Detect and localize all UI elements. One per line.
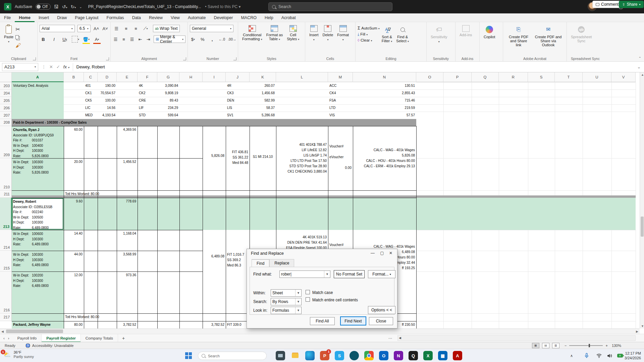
enter-icon[interactable]: ✓	[56, 64, 60, 69]
column-header-S[interactable]: S	[528, 72, 555, 82]
outlook-icon[interactable]: O	[379, 351, 388, 360]
file-explorer-icon[interactable]	[290, 351, 300, 360]
cell[interactable]: CK2	[139, 91, 156, 95]
row-header-204[interactable]: 204	[0, 89, 12, 97]
increase-indent-icon[interactable]: ⇥	[146, 36, 151, 43]
cell[interactable]: 973.36	[118, 273, 136, 277]
ribbon-tab-help[interactable]: Help	[261, 13, 277, 22]
cell[interactable]: 1,456.52	[118, 160, 136, 164]
share-button[interactable]: ⇧Share▾	[619, 1, 644, 8]
decrease-font-icon[interactable]: A˅	[102, 25, 108, 32]
column-header-L[interactable]: L	[276, 72, 328, 82]
page-break-view-icon[interactable]: ▥	[552, 343, 559, 348]
ribbon-tab-home[interactable]: Home	[15, 13, 35, 22]
column-header-K[interactable]: K	[250, 72, 276, 82]
microphone-icon[interactable]	[584, 349, 589, 362]
taskbar-search-input[interactable]: Search	[198, 352, 267, 360]
sheet-tab-payroll-register[interactable]: Payroll Register	[42, 334, 81, 342]
row-header-207[interactable]: 207	[0, 112, 12, 119]
undo-icon[interactable]: ↺▾	[62, 4, 67, 9]
row-header-208[interactable]: 208	[0, 119, 12, 126]
tab-find[interactable]: Find	[252, 259, 269, 267]
ribbon-tab-view[interactable]: View	[167, 13, 184, 22]
match-entire-checkbox[interactable]	[306, 297, 310, 302]
cell[interactable]: Voluntary Ded. Analysis	[13, 83, 62, 88]
ribbon-tab-insert[interactable]: Insert	[35, 13, 53, 22]
cell[interactable]: Voucher#	[329, 243, 352, 247]
excel-app-icon[interactable]: X	[4, 3, 11, 10]
align-top-icon[interactable]: ☰	[113, 25, 120, 32]
tab-replace[interactable]: Replace	[269, 259, 294, 267]
row-header-203[interactable]: 203	[0, 82, 12, 89]
cell[interactable]: 1,168.04	[118, 231, 136, 236]
format-as-table-button[interactable]: Format asTable ▾	[264, 24, 285, 43]
cell[interactable]: Churella, Ryan JAssociate ID: UU89PUQS9F…	[13, 127, 62, 159]
decrease-indent-icon[interactable]: ⇤	[137, 36, 143, 43]
column-header-T[interactable]: T	[555, 72, 583, 82]
format-cells-button[interactable]: Format▾	[335, 24, 351, 43]
autosum-button[interactable]: Σ AutoSum ▾	[358, 25, 380, 31]
speaker-icon[interactable]	[607, 349, 612, 362]
app-black-icon[interactable]: Q	[409, 351, 418, 360]
format-painter-icon[interactable]: 🖌	[15, 43, 21, 49]
task-view-icon[interactable]	[276, 351, 285, 360]
cell[interactable]: 4,369.56	[118, 127, 136, 132]
format-button[interactable]: Format... ▾	[368, 270, 395, 278]
underline-button[interactable]: U▾	[61, 36, 68, 43]
dialog-maximize-icon[interactable]: ▢	[379, 251, 385, 255]
autosave-toggle[interactable]: Off	[36, 4, 51, 10]
scroll-up-icon[interactable]: ▲	[641, 73, 644, 76]
cell[interactable]: 12.00	[65, 273, 83, 277]
cell[interactable]: 89.43	[159, 98, 178, 103]
align-bottom-icon[interactable]: ≡	[132, 25, 140, 32]
cell[interactable]: W-In Dept:100300H Dept:100300Rate:5,826.…	[13, 160, 62, 175]
cell[interactable]: 70,554.57	[99, 91, 115, 95]
scroll-down-icon[interactable]: ▼	[641, 324, 644, 328]
conditional-formatting-button[interactable]: ConditionalFormatting ▾	[240, 24, 264, 43]
zoom-slider-thumb[interactable]	[589, 344, 590, 347]
cell[interactable]: MED	[85, 113, 96, 117]
app-round-icon[interactable]	[350, 351, 359, 360]
cell[interactable]: Dewey, RobertAssociate ID: O285LE5SBFile…	[13, 199, 62, 230]
collapse-ribbon-icon[interactable]: ⌃	[639, 56, 641, 60]
cell[interactable]: SV1	[227, 113, 248, 117]
cell[interactable]: Packard, Jeffrey Wayne	[13, 322, 62, 327]
alignment-dialog-launcher-icon[interactable]	[183, 57, 186, 60]
weather-widget[interactable]: ⛅1 36°FPartly sunny	[3, 350, 34, 359]
cell[interactable]: 1,456.68	[251, 91, 275, 95]
acrobat-icon[interactable]: A	[453, 351, 462, 360]
close-dialog-button[interactable]: Close	[369, 317, 393, 325]
find-select-button[interactable]: Find &Select ▾	[394, 24, 411, 45]
cell[interactable]: 582.99	[251, 98, 275, 103]
ribbon-tab-page-layout[interactable]: Page Layout	[71, 13, 102, 22]
sort-filter-button[interactable]: A∇ZSort &Filter ▾	[380, 24, 394, 45]
column-header-U[interactable]: U	[583, 72, 611, 82]
tray-expand-icon[interactable]: ∧	[570, 349, 573, 362]
clock[interactable]: 12:17 PM3/24/2026	[625, 349, 641, 362]
percent-icon[interactable]: %	[200, 36, 206, 43]
cell[interactable]: 58.37	[251, 106, 275, 110]
dialog-close-icon[interactable]: ✕	[388, 251, 394, 255]
ribbon-tab-formulas[interactable]: Formulas	[103, 13, 128, 22]
edge-icon[interactable]	[305, 351, 315, 360]
cell[interactable]: 3,782.52	[204, 322, 224, 327]
cell[interactable]: 599.64	[159, 113, 178, 117]
column-header-R[interactable]: R	[499, 72, 528, 82]
cell[interactable]: CRE	[139, 98, 156, 103]
cell[interactable]: 44.00	[65, 252, 83, 256]
tab-area-scrollbar[interactable]: ◀	[397, 335, 636, 341]
align-left-icon[interactable]: ☰	[113, 36, 118, 43]
font-name-select[interactable]: Arial▾	[40, 25, 75, 32]
cell[interactable]: 5,286.68	[251, 113, 275, 117]
column-header-O[interactable]: O	[416, 72, 443, 82]
fill-button[interactable]: ⤓ Fill ▾	[358, 32, 380, 37]
scroll-left-icon[interactable]: ◀	[1, 330, 4, 333]
align-middle-icon[interactable]: ≡	[122, 25, 130, 32]
cell[interactable]: 234.29	[159, 106, 178, 110]
cell[interactable]: CK1	[85, 91, 96, 95]
horizontal-scrollbar[interactable]: ◀ ▶	[0, 328, 640, 334]
cell[interactable]: 14.56	[99, 106, 115, 110]
cell[interactable]: 57.57	[354, 113, 415, 117]
formula-bar-expand-icon[interactable]: ⌄	[634, 64, 644, 69]
cell[interactable]: 778.69	[118, 199, 136, 203]
